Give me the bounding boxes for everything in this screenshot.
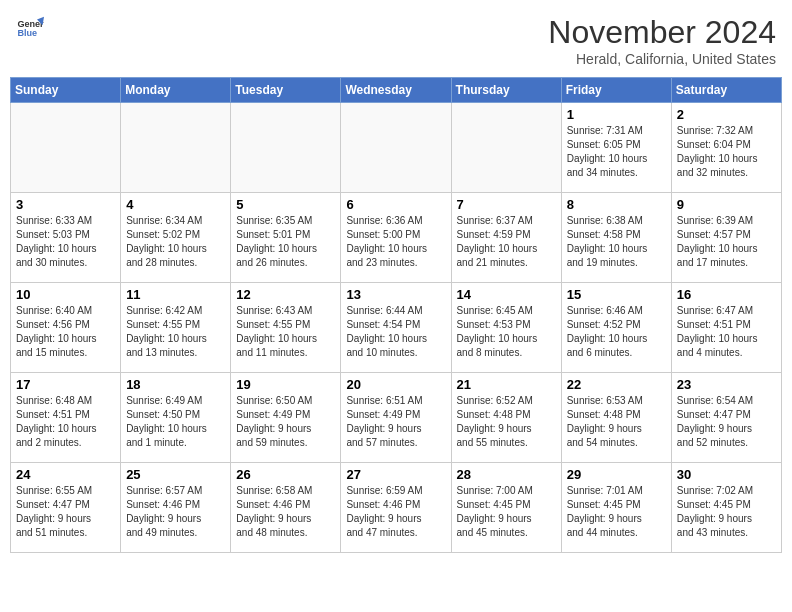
weekday-header: Friday bbox=[561, 78, 671, 103]
calendar-day-cell: 29Sunrise: 7:01 AM Sunset: 4:45 PM Dayli… bbox=[561, 463, 671, 553]
day-info: Sunrise: 6:33 AM Sunset: 5:03 PM Dayligh… bbox=[16, 214, 115, 270]
svg-text:Blue: Blue bbox=[17, 28, 37, 38]
day-info: Sunrise: 6:57 AM Sunset: 4:46 PM Dayligh… bbox=[126, 484, 225, 540]
day-info: Sunrise: 6:51 AM Sunset: 4:49 PM Dayligh… bbox=[346, 394, 445, 450]
month-title: November 2024 bbox=[548, 14, 776, 51]
day-info: Sunrise: 6:46 AM Sunset: 4:52 PM Dayligh… bbox=[567, 304, 666, 360]
day-number: 24 bbox=[16, 467, 115, 482]
calendar-week-row: 3Sunrise: 6:33 AM Sunset: 5:03 PM Daylig… bbox=[11, 193, 782, 283]
day-info: Sunrise: 6:48 AM Sunset: 4:51 PM Dayligh… bbox=[16, 394, 115, 450]
day-number: 7 bbox=[457, 197, 556, 212]
day-info: Sunrise: 6:52 AM Sunset: 4:48 PM Dayligh… bbox=[457, 394, 556, 450]
calendar-day-cell: 21Sunrise: 6:52 AM Sunset: 4:48 PM Dayli… bbox=[451, 373, 561, 463]
calendar-day-cell: 4Sunrise: 6:34 AM Sunset: 5:02 PM Daylig… bbox=[121, 193, 231, 283]
day-number: 23 bbox=[677, 377, 776, 392]
day-info: Sunrise: 7:32 AM Sunset: 6:04 PM Dayligh… bbox=[677, 124, 776, 180]
calendar-day-cell: 26Sunrise: 6:58 AM Sunset: 4:46 PM Dayli… bbox=[231, 463, 341, 553]
day-info: Sunrise: 6:50 AM Sunset: 4:49 PM Dayligh… bbox=[236, 394, 335, 450]
day-info: Sunrise: 6:55 AM Sunset: 4:47 PM Dayligh… bbox=[16, 484, 115, 540]
location-title: Herald, California, United States bbox=[548, 51, 776, 67]
day-info: Sunrise: 6:43 AM Sunset: 4:55 PM Dayligh… bbox=[236, 304, 335, 360]
calendar-day-cell: 8Sunrise: 6:38 AM Sunset: 4:58 PM Daylig… bbox=[561, 193, 671, 283]
calendar-day-cell: 19Sunrise: 6:50 AM Sunset: 4:49 PM Dayli… bbox=[231, 373, 341, 463]
calendar-day-cell bbox=[451, 103, 561, 193]
calendar-day-cell: 30Sunrise: 7:02 AM Sunset: 4:45 PM Dayli… bbox=[671, 463, 781, 553]
calendar-day-cell: 28Sunrise: 7:00 AM Sunset: 4:45 PM Dayli… bbox=[451, 463, 561, 553]
day-info: Sunrise: 7:02 AM Sunset: 4:45 PM Dayligh… bbox=[677, 484, 776, 540]
weekday-header: Tuesday bbox=[231, 78, 341, 103]
day-number: 18 bbox=[126, 377, 225, 392]
calendar-day-cell: 18Sunrise: 6:49 AM Sunset: 4:50 PM Dayli… bbox=[121, 373, 231, 463]
day-number: 10 bbox=[16, 287, 115, 302]
day-info: Sunrise: 6:42 AM Sunset: 4:55 PM Dayligh… bbox=[126, 304, 225, 360]
day-info: Sunrise: 6:37 AM Sunset: 4:59 PM Dayligh… bbox=[457, 214, 556, 270]
weekday-header: Monday bbox=[121, 78, 231, 103]
day-info: Sunrise: 6:58 AM Sunset: 4:46 PM Dayligh… bbox=[236, 484, 335, 540]
day-number: 27 bbox=[346, 467, 445, 482]
day-number: 20 bbox=[346, 377, 445, 392]
calendar-day-cell: 2Sunrise: 7:32 AM Sunset: 6:04 PM Daylig… bbox=[671, 103, 781, 193]
calendar-day-cell: 3Sunrise: 6:33 AM Sunset: 5:03 PM Daylig… bbox=[11, 193, 121, 283]
calendar-day-cell bbox=[341, 103, 451, 193]
weekday-header: Saturday bbox=[671, 78, 781, 103]
day-info: Sunrise: 6:36 AM Sunset: 5:00 PM Dayligh… bbox=[346, 214, 445, 270]
calendar-table: SundayMondayTuesdayWednesdayThursdayFrid… bbox=[10, 77, 782, 553]
day-number: 19 bbox=[236, 377, 335, 392]
calendar-day-cell: 10Sunrise: 6:40 AM Sunset: 4:56 PM Dayli… bbox=[11, 283, 121, 373]
day-info: Sunrise: 7:01 AM Sunset: 4:45 PM Dayligh… bbox=[567, 484, 666, 540]
calendar-day-cell: 23Sunrise: 6:54 AM Sunset: 4:47 PM Dayli… bbox=[671, 373, 781, 463]
calendar-day-cell: 16Sunrise: 6:47 AM Sunset: 4:51 PM Dayli… bbox=[671, 283, 781, 373]
day-number: 28 bbox=[457, 467, 556, 482]
day-number: 11 bbox=[126, 287, 225, 302]
day-number: 15 bbox=[567, 287, 666, 302]
day-number: 4 bbox=[126, 197, 225, 212]
day-number: 6 bbox=[346, 197, 445, 212]
weekday-header: Sunday bbox=[11, 78, 121, 103]
logo: General Blue bbox=[16, 14, 44, 42]
calendar-day-cell: 22Sunrise: 6:53 AM Sunset: 4:48 PM Dayli… bbox=[561, 373, 671, 463]
calendar-day-cell: 24Sunrise: 6:55 AM Sunset: 4:47 PM Dayli… bbox=[11, 463, 121, 553]
calendar-day-cell bbox=[11, 103, 121, 193]
calendar-day-cell: 6Sunrise: 6:36 AM Sunset: 5:00 PM Daylig… bbox=[341, 193, 451, 283]
calendar-week-row: 10Sunrise: 6:40 AM Sunset: 4:56 PM Dayli… bbox=[11, 283, 782, 373]
day-info: Sunrise: 7:31 AM Sunset: 6:05 PM Dayligh… bbox=[567, 124, 666, 180]
day-number: 16 bbox=[677, 287, 776, 302]
calendar-day-cell: 13Sunrise: 6:44 AM Sunset: 4:54 PM Dayli… bbox=[341, 283, 451, 373]
calendar-day-cell: 7Sunrise: 6:37 AM Sunset: 4:59 PM Daylig… bbox=[451, 193, 561, 283]
day-info: Sunrise: 6:39 AM Sunset: 4:57 PM Dayligh… bbox=[677, 214, 776, 270]
day-number: 8 bbox=[567, 197, 666, 212]
day-info: Sunrise: 6:49 AM Sunset: 4:50 PM Dayligh… bbox=[126, 394, 225, 450]
day-info: Sunrise: 6:40 AM Sunset: 4:56 PM Dayligh… bbox=[16, 304, 115, 360]
calendar-day-cell: 15Sunrise: 6:46 AM Sunset: 4:52 PM Dayli… bbox=[561, 283, 671, 373]
calendar-day-cell: 20Sunrise: 6:51 AM Sunset: 4:49 PM Dayli… bbox=[341, 373, 451, 463]
calendar-day-cell: 14Sunrise: 6:45 AM Sunset: 4:53 PM Dayli… bbox=[451, 283, 561, 373]
calendar-day-cell bbox=[231, 103, 341, 193]
day-number: 13 bbox=[346, 287, 445, 302]
weekday-header: Wednesday bbox=[341, 78, 451, 103]
calendar-week-row: 24Sunrise: 6:55 AM Sunset: 4:47 PM Dayli… bbox=[11, 463, 782, 553]
calendar-header: SundayMondayTuesdayWednesdayThursdayFrid… bbox=[11, 78, 782, 103]
day-number: 22 bbox=[567, 377, 666, 392]
calendar-day-cell: 5Sunrise: 6:35 AM Sunset: 5:01 PM Daylig… bbox=[231, 193, 341, 283]
calendar-day-cell: 9Sunrise: 6:39 AM Sunset: 4:57 PM Daylig… bbox=[671, 193, 781, 283]
weekday-header: Thursday bbox=[451, 78, 561, 103]
calendar-body: 1Sunrise: 7:31 AM Sunset: 6:05 PM Daylig… bbox=[11, 103, 782, 553]
day-number: 5 bbox=[236, 197, 335, 212]
calendar-day-cell: 27Sunrise: 6:59 AM Sunset: 4:46 PM Dayli… bbox=[341, 463, 451, 553]
day-info: Sunrise: 6:45 AM Sunset: 4:53 PM Dayligh… bbox=[457, 304, 556, 360]
day-info: Sunrise: 6:47 AM Sunset: 4:51 PM Dayligh… bbox=[677, 304, 776, 360]
page-header: General Blue November 2024 Herald, Calif… bbox=[10, 10, 782, 71]
calendar-week-row: 1Sunrise: 7:31 AM Sunset: 6:05 PM Daylig… bbox=[11, 103, 782, 193]
day-number: 3 bbox=[16, 197, 115, 212]
calendar-week-row: 17Sunrise: 6:48 AM Sunset: 4:51 PM Dayli… bbox=[11, 373, 782, 463]
calendar-day-cell bbox=[121, 103, 231, 193]
day-number: 1 bbox=[567, 107, 666, 122]
calendar-day-cell: 17Sunrise: 6:48 AM Sunset: 4:51 PM Dayli… bbox=[11, 373, 121, 463]
day-number: 9 bbox=[677, 197, 776, 212]
day-number: 21 bbox=[457, 377, 556, 392]
day-number: 2 bbox=[677, 107, 776, 122]
calendar-day-cell: 11Sunrise: 6:42 AM Sunset: 4:55 PM Dayli… bbox=[121, 283, 231, 373]
day-info: Sunrise: 6:38 AM Sunset: 4:58 PM Dayligh… bbox=[567, 214, 666, 270]
day-number: 29 bbox=[567, 467, 666, 482]
day-number: 26 bbox=[236, 467, 335, 482]
